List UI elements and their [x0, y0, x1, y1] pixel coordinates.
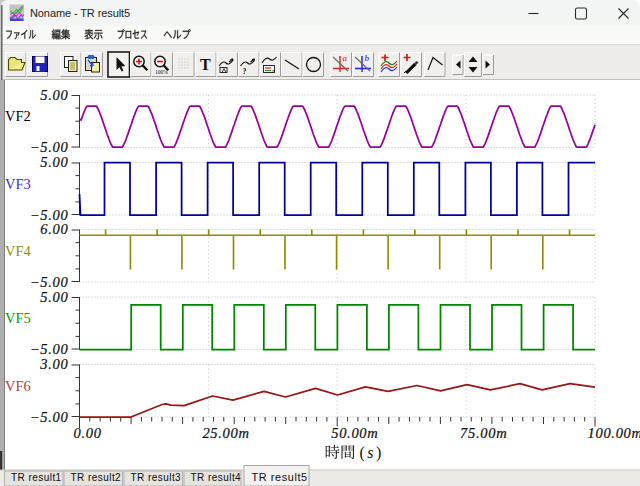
- svg-text:5.00: 5.00: [40, 289, 68, 305]
- svg-text:75.00m: 75.00m: [460, 425, 507, 441]
- svg-text:Noname - TR result5: Noname - TR result5: [30, 7, 130, 19]
- svg-text:T: T: [200, 56, 211, 73]
- svg-text:−5.00: −5.00: [30, 341, 69, 357]
- svg-text:VF6: VF6: [5, 378, 31, 394]
- svg-text:TR result1: TR result1: [11, 472, 62, 483]
- svg-text:(s): (s): [360, 444, 384, 462]
- svg-text:−5.00: −5.00: [30, 139, 69, 155]
- svg-text:VF5: VF5: [5, 310, 31, 326]
- svg-text:?: ?: [243, 67, 247, 76]
- svg-text:6.00: 6.00: [40, 221, 68, 237]
- svg-text:−5.00: −5.00: [30, 274, 69, 290]
- svg-text:b: b: [365, 53, 370, 63]
- svg-text:VF4: VF4: [5, 243, 32, 259]
- svg-text:TR result3: TR result3: [131, 472, 182, 483]
- svg-text:TR result4: TR result4: [191, 472, 242, 483]
- svg-text:−5.00: −5.00: [30, 409, 69, 425]
- svg-text:100%: 100%: [155, 69, 168, 75]
- svg-text:50.00m: 50.00m: [331, 425, 378, 441]
- svg-text:VF2: VF2: [5, 108, 31, 124]
- svg-text:VF3: VF3: [5, 176, 31, 192]
- svg-text:TR result5: TR result5: [252, 471, 308, 483]
- svg-text:5.00: 5.00: [40, 87, 68, 103]
- svg-text:a: a: [343, 53, 348, 63]
- svg-text:25.00m: 25.00m: [202, 425, 249, 441]
- svg-text:3.00: 3.00: [39, 356, 68, 372]
- svg-text:TR result2: TR result2: [71, 472, 122, 483]
- svg-text:5.00: 5.00: [40, 154, 68, 170]
- svg-text:100.00m: 100.00m: [588, 425, 640, 441]
- svg-text:0.00: 0.00: [74, 425, 102, 441]
